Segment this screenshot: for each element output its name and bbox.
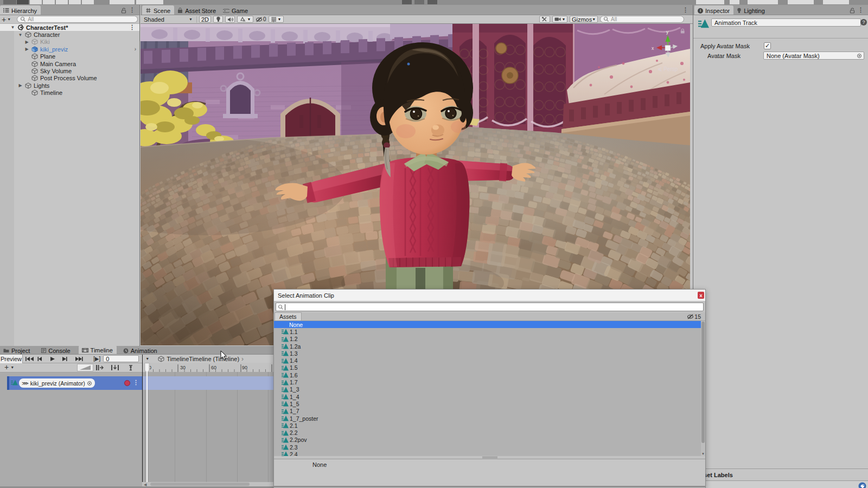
svg-text:30: 30 (180, 365, 186, 370)
svg-text:≼ Persp: ≼ Persp (658, 66, 678, 72)
svg-text:y: y (273, 19, 275, 22)
